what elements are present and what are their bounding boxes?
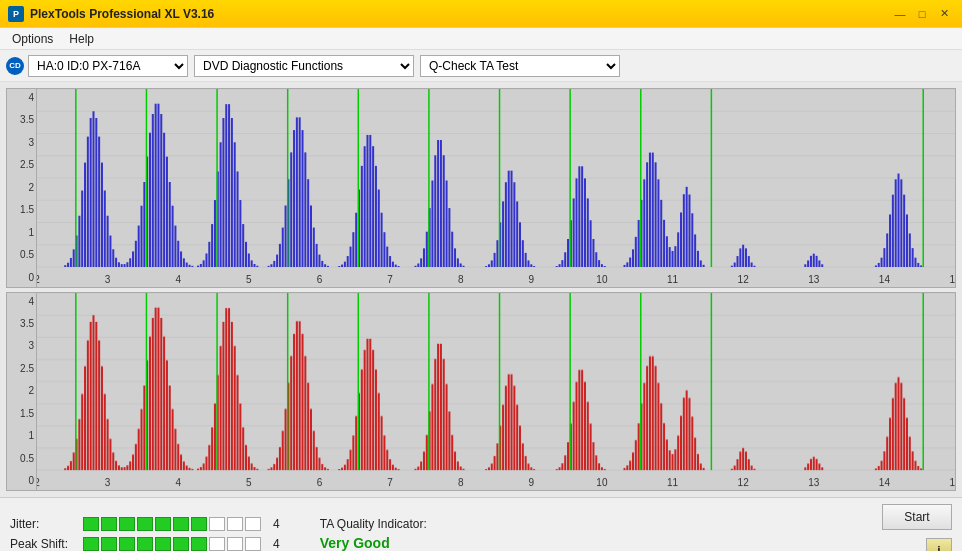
jitter-bar bbox=[83, 517, 261, 531]
bottom-chart-canvas bbox=[37, 293, 955, 491]
jitter-seg-8 bbox=[209, 517, 225, 531]
ta-quality-area: TA Quality Indicator: Very Good bbox=[320, 517, 427, 551]
peak-seg-9 bbox=[227, 537, 243, 551]
start-button[interactable]: Start bbox=[882, 504, 952, 530]
jitter-seg-6 bbox=[173, 517, 189, 531]
bottom-chart: 4 3.5 3 2.5 2 1.5 1 0.5 0 bbox=[6, 292, 956, 492]
jitter-seg-5 bbox=[155, 517, 171, 531]
window-controls: — □ ✕ bbox=[890, 5, 954, 23]
peak-shift-value: 4 bbox=[273, 537, 280, 551]
jitter-seg-3 bbox=[119, 517, 135, 531]
jitter-seg-7 bbox=[191, 517, 207, 531]
title-bar: P PlexTools Professional XL V3.16 — □ ✕ bbox=[0, 0, 962, 28]
peak-seg-5 bbox=[155, 537, 171, 551]
top-chart-canvas bbox=[37, 89, 955, 287]
bottom-chart-y-axis: 4 3.5 3 2.5 2 1.5 1 0.5 0 bbox=[7, 293, 37, 491]
info-button[interactable]: i bbox=[926, 538, 952, 552]
menu-help[interactable]: Help bbox=[61, 30, 102, 48]
jitter-seg-9 bbox=[227, 517, 243, 531]
device-dropdown[interactable]: HA:0 ID:0 PX-716A bbox=[28, 55, 188, 77]
peak-seg-7 bbox=[191, 537, 207, 551]
peak-seg-2 bbox=[101, 537, 117, 551]
jitter-row: Jitter: 4 bbox=[10, 517, 280, 531]
minimize-button[interactable]: — bbox=[890, 5, 910, 23]
jitter-value: 4 bbox=[273, 517, 280, 531]
device-selector-area: CD HA:0 ID:0 PX-716A bbox=[6, 55, 188, 77]
peak-shift-label: Peak Shift: bbox=[10, 537, 75, 551]
maximize-button[interactable]: □ bbox=[912, 5, 932, 23]
ta-quality-label: TA Quality Indicator: bbox=[320, 517, 427, 531]
jitter-seg-1 bbox=[83, 517, 99, 531]
menu-bar: Options Help bbox=[0, 28, 962, 50]
bottom-panel: Jitter: 4 Peak Shift: bbox=[0, 497, 962, 551]
app-icon: P bbox=[8, 6, 24, 22]
menu-options[interactable]: Options bbox=[4, 30, 61, 48]
jitter-seg-2 bbox=[101, 517, 117, 531]
action-buttons: Start i bbox=[882, 504, 952, 552]
peak-seg-8 bbox=[209, 537, 225, 551]
toolbar: CD HA:0 ID:0 PX-716A DVD Diagnostic Func… bbox=[0, 50, 962, 82]
jitter-seg-10 bbox=[245, 517, 261, 531]
peak-seg-4 bbox=[137, 537, 153, 551]
peak-shift-bar bbox=[83, 537, 261, 551]
top-chart-y-axis: 4 3.5 3 2.5 2 1.5 1 0.5 0 bbox=[7, 89, 37, 287]
peak-seg-1 bbox=[83, 537, 99, 551]
device-icon: CD bbox=[6, 57, 24, 75]
function-dropdown[interactable]: DVD Diagnostic Functions bbox=[194, 55, 414, 77]
window-title: PlexTools Professional XL V3.16 bbox=[30, 7, 890, 21]
peak-seg-6 bbox=[173, 537, 189, 551]
peak-shift-row: Peak Shift: 4 bbox=[10, 537, 280, 551]
charts-area: 4 3.5 3 2.5 2 1.5 1 0.5 0 4 3.5 3 2.5 2 … bbox=[0, 82, 962, 497]
top-chart: 4 3.5 3 2.5 2 1.5 1 0.5 0 bbox=[6, 88, 956, 288]
peak-seg-3 bbox=[119, 537, 135, 551]
metrics-area: Jitter: 4 Peak Shift: bbox=[10, 517, 280, 551]
peak-seg-10 bbox=[245, 537, 261, 551]
bottom-chart-inner bbox=[37, 293, 955, 491]
test-dropdown[interactable]: Q-Check TA Test bbox=[420, 55, 620, 77]
jitter-seg-4 bbox=[137, 517, 153, 531]
jitter-label: Jitter: bbox=[10, 517, 75, 531]
close-button[interactable]: ✕ bbox=[934, 5, 954, 23]
top-chart-inner bbox=[37, 89, 955, 287]
ta-quality-value: Very Good bbox=[320, 535, 427, 551]
